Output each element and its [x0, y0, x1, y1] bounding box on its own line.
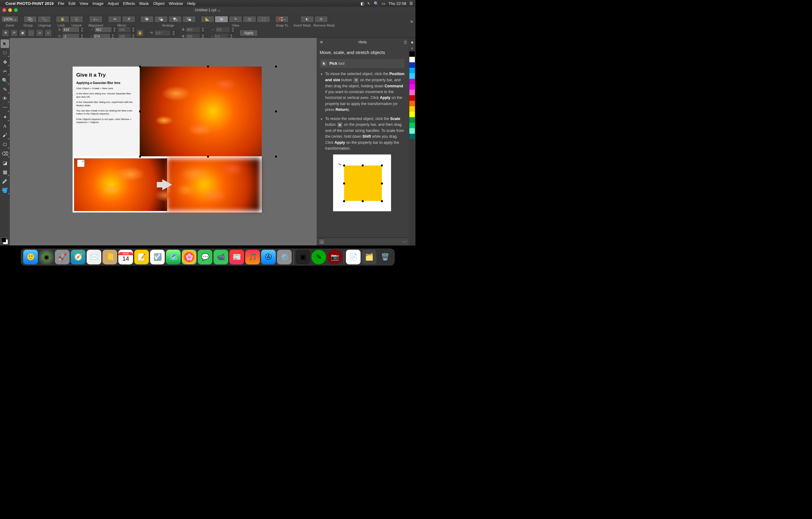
swatch[interactable]: [409, 134, 415, 139]
rotate-mode-button[interactable]: ⟳: [10, 29, 18, 37]
scale-x-field[interactable]: 100: [117, 27, 131, 33]
dock-notes[interactable]: 📝: [134, 250, 149, 264]
app-name[interactable]: Corel PHOTO-PAINT 2019: [5, 1, 54, 6]
spotlight-icon[interactable]: 🔍: [374, 1, 379, 6]
mask-transform-tool[interactable]: ✥: [1, 58, 9, 66]
document[interactable]: Give it a Try Applying a Gaussian Blur l…: [72, 66, 262, 213]
dock-reminders[interactable]: ☑️: [150, 250, 165, 264]
menu-help[interactable]: Help: [187, 1, 196, 6]
scale-mode-button[interactable]: ▣: [19, 29, 26, 37]
swatch[interactable]: [409, 117, 415, 123]
swatch[interactable]: [409, 106, 415, 112]
effect-tool[interactable]: ✦: [1, 113, 9, 121]
dock-maps[interactable]: 🗺️: [166, 250, 181, 264]
arrange-backward-button[interactable]: [168, 16, 182, 23]
menu-mask[interactable]: Mask: [139, 1, 149, 6]
arrange-to-front-button[interactable]: [140, 16, 154, 23]
menu-view[interactable]: View: [80, 1, 88, 6]
view-overlay-button[interactable]: ◫: [243, 16, 256, 23]
dock-doc2[interactable]: 🗂️: [362, 250, 376, 264]
selection-handle[interactable]: [139, 111, 141, 112]
dock-calendar[interactable]: MAR14: [118, 250, 133, 264]
menu-list-icon[interactable]: ☰: [409, 1, 413, 6]
menu-object[interactable]: Object: [153, 1, 165, 6]
palette-flyout-icon[interactable]: ◆: [409, 39, 415, 45]
swatch[interactable]: [409, 73, 415, 79]
size-mode-button[interactable]: ⬚: [27, 29, 35, 37]
close-window-button[interactable]: [2, 8, 6, 12]
drop-shadow-tool[interactable]: ◪: [1, 159, 9, 167]
zoom-window-button[interactable]: [14, 8, 18, 12]
displays-icon[interactable]: ▭: [382, 1, 385, 6]
swatch[interactable]: [409, 79, 415, 84]
center-x-field[interactable]: 863: [185, 27, 200, 33]
menu-image[interactable]: Image: [92, 1, 104, 6]
dock-messages[interactable]: 💬: [198, 250, 212, 264]
dock-terminal[interactable]: ▣: [296, 250, 310, 264]
skew-x-field[interactable]: 0.0: [215, 27, 230, 33]
dock-corel-draw[interactable]: ✎: [312, 250, 326, 264]
fill-tool[interactable]: 🪣: [1, 186, 9, 194]
swatch[interactable]: [409, 68, 415, 73]
skew-mode-button[interactable]: ▱: [36, 29, 43, 37]
text-tool[interactable]: A: [1, 122, 9, 130]
hints-more-button[interactable]: ⋯: [402, 239, 407, 245]
selection-handle[interactable]: [275, 156, 277, 158]
swatch[interactable]: [409, 62, 415, 68]
dock-facetime[interactable]: 📹: [213, 250, 228, 264]
swatch[interactable]: [409, 128, 415, 134]
red-eye-tool[interactable]: 👁: [1, 94, 9, 103]
foreground-background-swatch[interactable]: [1, 238, 8, 244]
zoom-dropdown[interactable]: 100%⌄: [1, 16, 19, 23]
swatch[interactable]: [409, 90, 415, 95]
dock-corel-photo[interactable]: 📷: [327, 250, 342, 264]
alignment-button[interactable]: ≡ ⌄: [89, 16, 103, 23]
distort-mode-button[interactable]: ◊: [45, 29, 52, 37]
eyedropper-tool[interactable]: 💉: [1, 177, 9, 185]
menu-window[interactable]: Window: [169, 1, 183, 6]
zoom-tool[interactable]: 🔍: [1, 76, 9, 85]
menu-file[interactable]: File: [58, 1, 64, 6]
menu-edit[interactable]: Edit: [69, 1, 75, 6]
touch-up-tool[interactable]: 〰: [1, 104, 9, 112]
palette-layers-icon[interactable]: ≡: [409, 46, 415, 51]
hints-home-button[interactable]: ⌂: [318, 239, 325, 245]
selection-handle[interactable]: [275, 66, 277, 67]
w-stepper[interactable]: ▲▼: [113, 27, 116, 33]
rectangle-tool[interactable]: [1, 140, 9, 149]
apply-button[interactable]: Apply: [239, 30, 258, 36]
dock-photos[interactable]: 🌸: [182, 250, 197, 264]
close-hints-button[interactable]: ✕: [320, 40, 323, 45]
invert-mask-button[interactable]: ◐: [300, 16, 314, 23]
sx-stepper[interactable]: ▲▼: [132, 27, 135, 33]
arrange-forward-button[interactable]: [154, 16, 168, 23]
foreground-color[interactable]: [1, 238, 6, 242]
canvas[interactable]: Give it a Try Applying a Gaussian Blur l…: [10, 38, 317, 245]
x-field[interactable]: 433: [62, 27, 80, 33]
ungroup-button[interactable]: [37, 16, 51, 23]
clock[interactable]: Thu 22:58: [388, 1, 406, 6]
selection-handle[interactable]: [275, 111, 277, 112]
selection-handle[interactable]: [139, 156, 141, 158]
view-rulers-button[interactable]: 📐: [201, 16, 214, 23]
lock-ratio-button[interactable]: 🔒: [136, 29, 144, 37]
toolbar-overflow[interactable]: »: [410, 19, 414, 24]
view-guides-button[interactable]: ✎: [229, 16, 242, 23]
menu-effects[interactable]: Effects: [123, 1, 135, 6]
swatch[interactable]: [409, 57, 415, 62]
dock-contacts[interactable]: 📒: [103, 250, 117, 264]
clone-tool[interactable]: ✎: [1, 85, 9, 94]
dock-appstore[interactable]: Ⓐ: [261, 250, 276, 264]
transparency-tool[interactable]: ▦: [1, 168, 9, 176]
swatch[interactable]: [409, 95, 415, 101]
swatch[interactable]: [409, 51, 415, 57]
document-title[interactable]: Untitled-1.cpt ⌄: [195, 8, 221, 12]
position-size-button[interactable]: ✥: [2, 29, 9, 37]
rotation-field[interactable]: 0.0 °: [154, 30, 171, 36]
crop-tool[interactable]: ✂: [1, 67, 9, 75]
width-field[interactable]: 862: [94, 27, 112, 33]
mirror-h-button[interactable]: ⇋: [108, 16, 121, 23]
view-grid-button[interactable]: ▦: [215, 16, 228, 23]
dock-finder[interactable]: 🙂: [23, 250, 38, 264]
swatch[interactable]: [409, 101, 415, 106]
